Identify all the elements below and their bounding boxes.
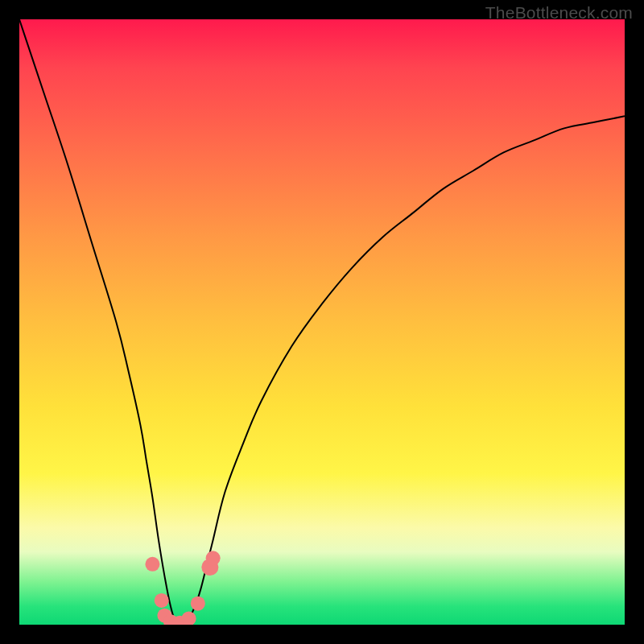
- plot-area: [19, 19, 625, 625]
- data-marker: [182, 611, 196, 625]
- bottleneck-curve: [19, 19, 625, 625]
- data-marker: [206, 551, 221, 565]
- watermark-text: TheBottleneck.com: [485, 3, 633, 23]
- data-marker: [145, 557, 159, 572]
- data-marker: [191, 597, 205, 611]
- data-marker: [155, 593, 169, 608]
- chart-frame: TheBottleneck.com: [0, 0, 644, 644]
- curve-layer: [19, 19, 625, 625]
